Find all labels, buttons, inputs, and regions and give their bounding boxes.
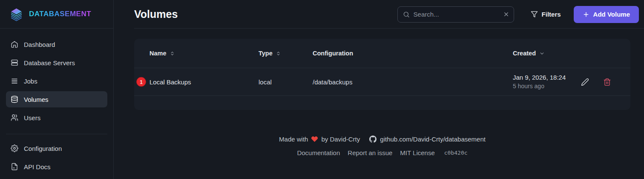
main-area: Volumes Filters Add — [114, 0, 644, 179]
volumes-table: Name Type Configuration Created — [134, 39, 630, 110]
page-title: Volumes — [134, 8, 178, 20]
column-header-name[interactable]: Name — [150, 50, 259, 57]
sidebar-item-database-servers[interactable]: Database Servers — [6, 55, 107, 71]
column-header-configuration[interactable]: Configuration — [313, 50, 513, 57]
add-volume-label: Add Volume — [593, 11, 630, 18]
heart-icon — [311, 136, 318, 143]
annotation-marker: 1 — [136, 77, 146, 87]
sidebar-nav: Dashboard Database Servers Jobs Volumes … — [0, 29, 113, 128]
search-icon — [403, 11, 410, 18]
report-issue-link[interactable]: Report an issue — [348, 149, 392, 156]
sidebar-item-label: Jobs — [24, 78, 37, 85]
file-icon — [11, 163, 18, 170]
search-box — [397, 6, 514, 23]
header-divider — [134, 28, 644, 29]
page-footer: Made with by David-Crty github.com/David… — [134, 136, 630, 156]
chevron-down-icon — [539, 51, 545, 56]
sidebar-item-dashboard[interactable]: Dashboard — [6, 36, 107, 52]
mit-license-link[interactable]: MIT License — [400, 149, 434, 156]
cell-created: Jan 9, 2026, 18:24 5 hours ago — [513, 73, 577, 90]
table-row: 1 Local Backups local /data/backups Jan … — [134, 68, 630, 95]
delete-button[interactable] — [602, 77, 612, 87]
users-icon — [11, 114, 18, 121]
row-actions — [577, 77, 615, 87]
sort-chevrons-icon — [276, 51, 281, 56]
author-text: by David-Crty — [321, 136, 360, 143]
cell-configuration: /data/backups — [313, 78, 513, 86]
sort-chevrons-icon — [170, 51, 175, 56]
github-icon — [369, 136, 377, 143]
clear-search-icon[interactable] — [502, 10, 510, 18]
cell-name: Local Backups — [150, 78, 259, 86]
add-volume-button[interactable]: Add Volume — [574, 6, 639, 23]
created-relative: 5 hours ago — [513, 82, 577, 90]
sidebar-item-label: Dashboard — [24, 41, 55, 48]
app-logo[interactable]: DATABASEMENT — [0, 0, 113, 29]
filters-button[interactable]: Filters — [531, 11, 561, 18]
sidebar-item-users[interactable]: Users — [6, 110, 107, 126]
sidebar-item-label: API Docs — [24, 163, 51, 170]
home-icon — [11, 40, 18, 48]
table-header-row: Name Type Configuration Created — [134, 39, 630, 68]
github-repo-link[interactable]: github.com/David-Crty/databasement — [369, 136, 486, 143]
sidebar-item-api-docs[interactable]: API Docs — [6, 159, 107, 175]
commit-hash: c0b420c — [444, 150, 468, 156]
filter-funnel-icon — [531, 11, 538, 18]
footer-credits: Made with by David-Crty github.com/David… — [279, 136, 486, 143]
filters-label: Filters — [542, 11, 561, 18]
sidebar-item-label: Configuration — [24, 145, 62, 152]
footer-links: Documentation Report an issue MIT Licens… — [297, 149, 467, 156]
sidebar-item-label: Database Servers — [24, 59, 75, 66]
page-header: Volumes Filters Add — [114, 0, 644, 29]
database-icon — [11, 95, 18, 103]
server-icon — [11, 59, 18, 66]
sidebar-item-configuration[interactable]: Configuration — [6, 140, 107, 156]
repo-url: github.com/David-Crty/databasement — [380, 136, 486, 143]
sidebar-secondary-nav: Configuration API Docs — [0, 140, 113, 177]
sidebar-divider — [6, 134, 107, 134]
sidebar: DATABASEMENT Dashboard Database Servers … — [0, 0, 114, 179]
table-bottom-padding — [134, 96, 630, 110]
header-actions: Filters Add Volume — [397, 6, 639, 23]
documentation-link[interactable]: Documentation — [297, 149, 340, 156]
sidebar-item-volumes[interactable]: Volumes — [6, 91, 107, 107]
sidebar-item-jobs[interactable]: Jobs — [6, 73, 107, 89]
made-with-text: Made with by David-Crty — [279, 136, 360, 143]
plus-icon — [583, 11, 589, 18]
list-icon — [11, 77, 18, 85]
gear-icon — [11, 144, 18, 152]
column-header-created[interactable]: Created — [513, 50, 577, 57]
databasement-logo-icon — [9, 7, 23, 21]
cell-type: local — [259, 78, 313, 86]
app-title: DATABASEMENT — [29, 10, 91, 18]
sidebar-item-label: Volumes — [24, 96, 49, 103]
sidebar-item-label: Users — [24, 114, 40, 121]
edit-button[interactable] — [580, 77, 590, 87]
column-header-type[interactable]: Type — [259, 50, 313, 57]
volumes-content: Name Type Configuration Created — [114, 29, 644, 156]
search-input[interactable] — [414, 11, 498, 18]
created-date: Jan 9, 2026, 18:24 — [513, 73, 577, 82]
